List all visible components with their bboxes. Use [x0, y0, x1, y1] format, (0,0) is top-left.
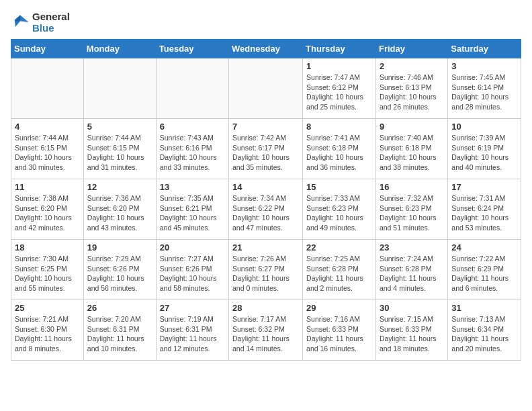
- day-number: 30: [380, 303, 444, 313]
- day-number: 18: [15, 242, 80, 253]
- day-number: 10: [451, 122, 517, 132]
- calendar-cell: 31Sunrise: 7:13 AM Sunset: 6:34 PM Dayli…: [448, 300, 521, 361]
- calendar-week-5: 25Sunrise: 7:21 AM Sunset: 6:30 PM Dayli…: [11, 300, 521, 361]
- day-number: 15: [306, 182, 372, 192]
- day-number: 2: [380, 61, 444, 71]
- logo: General Blue: [11, 11, 70, 34]
- day-number: 12: [87, 182, 152, 192]
- calendar-header-sunday: Sunday: [11, 40, 84, 58]
- day-number: 11: [15, 182, 80, 192]
- calendar-cell: 12Sunrise: 7:36 AM Sunset: 6:20 PM Dayli…: [83, 179, 156, 240]
- calendar-cell: 26Sunrise: 7:20 AM Sunset: 6:31 PM Dayli…: [83, 300, 156, 361]
- day-number: 21: [232, 242, 299, 253]
- calendar-cell: 23Sunrise: 7:24 AM Sunset: 6:28 PM Dayli…: [375, 240, 447, 300]
- calendar-header-monday: Monday: [83, 40, 156, 58]
- day-info: Sunrise: 7:13 AM Sunset: 6:34 PM Dayligh…: [451, 314, 517, 354]
- day-number: 5: [87, 122, 152, 132]
- day-number: 8: [306, 122, 372, 132]
- day-info: Sunrise: 7:16 AM Sunset: 6:33 PM Dayligh…: [306, 314, 372, 354]
- day-info: Sunrise: 7:32 AM Sunset: 6:23 PM Dayligh…: [380, 193, 444, 233]
- logo-text: General Blue: [32, 11, 70, 34]
- calendar-cell: 19Sunrise: 7:29 AM Sunset: 6:26 PM Dayli…: [83, 240, 156, 300]
- day-info: Sunrise: 7:36 AM Sunset: 6:20 PM Dayligh…: [87, 193, 152, 233]
- day-number: 23: [380, 242, 444, 253]
- day-info: Sunrise: 7:15 AM Sunset: 6:33 PM Dayligh…: [380, 314, 444, 354]
- day-info: Sunrise: 7:25 AM Sunset: 6:28 PM Dayligh…: [306, 254, 372, 293]
- day-number: 28: [232, 303, 299, 313]
- calendar-header-tuesday: Tuesday: [156, 40, 228, 58]
- day-number: 29: [306, 303, 372, 313]
- day-number: 19: [87, 242, 152, 253]
- day-number: 9: [380, 122, 444, 132]
- day-number: 6: [160, 122, 225, 132]
- day-number: 7: [232, 122, 299, 132]
- day-info: Sunrise: 7:31 AM Sunset: 6:24 PM Dayligh…: [451, 193, 517, 233]
- day-info: Sunrise: 7:46 AM Sunset: 6:13 PM Dayligh…: [380, 73, 444, 112]
- calendar-cell: 15Sunrise: 7:33 AM Sunset: 6:23 PM Dayli…: [303, 179, 376, 240]
- calendar-week-3: 11Sunrise: 7:38 AM Sunset: 6:20 PM Dayli…: [11, 179, 521, 240]
- day-number: 14: [232, 182, 299, 192]
- calendar-week-4: 18Sunrise: 7:30 AM Sunset: 6:25 PM Dayli…: [11, 240, 521, 300]
- calendar-cell: 7Sunrise: 7:42 AM Sunset: 6:17 PM Daylig…: [229, 119, 303, 179]
- day-info: Sunrise: 7:17 AM Sunset: 6:32 PM Dayligh…: [232, 314, 299, 354]
- calendar-cell: 8Sunrise: 7:41 AM Sunset: 6:18 PM Daylig…: [303, 119, 376, 179]
- calendar-week-2: 4Sunrise: 7:44 AM Sunset: 6:15 PM Daylig…: [11, 119, 521, 179]
- day-info: Sunrise: 7:20 AM Sunset: 6:31 PM Dayligh…: [87, 314, 152, 354]
- day-info: Sunrise: 7:29 AM Sunset: 6:26 PM Dayligh…: [87, 254, 152, 293]
- day-info: Sunrise: 7:38 AM Sunset: 6:20 PM Dayligh…: [15, 193, 80, 233]
- calendar-cell: 6Sunrise: 7:43 AM Sunset: 6:16 PM Daylig…: [156, 119, 228, 179]
- calendar-cell: 17Sunrise: 7:31 AM Sunset: 6:24 PM Dayli…: [448, 179, 521, 240]
- day-info: Sunrise: 7:42 AM Sunset: 6:17 PM Dayligh…: [232, 133, 299, 173]
- day-info: Sunrise: 7:19 AM Sunset: 6:31 PM Dayligh…: [160, 314, 225, 354]
- calendar-cell: 28Sunrise: 7:17 AM Sunset: 6:32 PM Dayli…: [229, 300, 303, 361]
- day-info: Sunrise: 7:43 AM Sunset: 6:16 PM Dayligh…: [160, 133, 225, 173]
- day-number: 3: [451, 61, 517, 71]
- day-info: Sunrise: 7:41 AM Sunset: 6:18 PM Dayligh…: [306, 133, 372, 173]
- calendar-cell: 10Sunrise: 7:39 AM Sunset: 6:19 PM Dayli…: [448, 119, 521, 179]
- calendar-header-friday: Friday: [375, 40, 447, 58]
- calendar-cell: 24Sunrise: 7:22 AM Sunset: 6:29 PM Dayli…: [448, 240, 521, 300]
- calendar-header-saturday: Saturday: [448, 40, 521, 58]
- calendar-cell: 22Sunrise: 7:25 AM Sunset: 6:28 PM Dayli…: [303, 240, 376, 300]
- calendar-cell: 27Sunrise: 7:19 AM Sunset: 6:31 PM Dayli…: [156, 300, 228, 361]
- day-number: 25: [15, 303, 80, 313]
- calendar-cell: 1Sunrise: 7:47 AM Sunset: 6:12 PM Daylig…: [303, 58, 376, 119]
- day-info: Sunrise: 7:21 AM Sunset: 6:30 PM Dayligh…: [15, 314, 80, 354]
- day-number: 24: [451, 242, 517, 253]
- calendar-cell: 16Sunrise: 7:32 AM Sunset: 6:23 PM Dayli…: [375, 179, 447, 240]
- calendar-cell: 20Sunrise: 7:27 AM Sunset: 6:26 PM Dayli…: [156, 240, 228, 300]
- calendar-cell: 18Sunrise: 7:30 AM Sunset: 6:25 PM Dayli…: [11, 240, 84, 300]
- day-number: 27: [160, 303, 225, 313]
- day-info: Sunrise: 7:45 AM Sunset: 6:14 PM Dayligh…: [451, 73, 517, 112]
- calendar-table: SundayMondayTuesdayWednesdayThursdayFrid…: [11, 39, 521, 361]
- calendar-cell: 21Sunrise: 7:26 AM Sunset: 6:27 PM Dayli…: [229, 240, 303, 300]
- calendar-cell: 5Sunrise: 7:44 AM Sunset: 6:15 PM Daylig…: [83, 119, 156, 179]
- day-number: 13: [160, 182, 225, 192]
- calendar-cell: 11Sunrise: 7:38 AM Sunset: 6:20 PM Dayli…: [11, 179, 84, 240]
- calendar-header-thursday: Thursday: [303, 40, 376, 58]
- day-info: Sunrise: 7:39 AM Sunset: 6:19 PM Dayligh…: [451, 133, 517, 173]
- day-info: Sunrise: 7:40 AM Sunset: 6:18 PM Dayligh…: [380, 133, 444, 173]
- calendar-header-row: SundayMondayTuesdayWednesdayThursdayFrid…: [11, 40, 521, 58]
- calendar-cell: [83, 58, 156, 119]
- calendar-cell: 9Sunrise: 7:40 AM Sunset: 6:18 PM Daylig…: [375, 119, 447, 179]
- calendar-cell: 30Sunrise: 7:15 AM Sunset: 6:33 PM Dayli…: [375, 300, 447, 361]
- day-info: Sunrise: 7:44 AM Sunset: 6:15 PM Dayligh…: [15, 133, 80, 173]
- day-info: Sunrise: 7:47 AM Sunset: 6:12 PM Dayligh…: [306, 73, 372, 112]
- calendar-cell: [156, 58, 228, 119]
- calendar-cell: 4Sunrise: 7:44 AM Sunset: 6:15 PM Daylig…: [11, 119, 84, 179]
- calendar-cell: 29Sunrise: 7:16 AM Sunset: 6:33 PM Dayli…: [303, 300, 376, 361]
- day-info: Sunrise: 7:30 AM Sunset: 6:25 PM Dayligh…: [15, 254, 80, 293]
- calendar-cell: 25Sunrise: 7:21 AM Sunset: 6:30 PM Dayli…: [11, 300, 84, 361]
- day-number: 31: [451, 303, 517, 313]
- day-number: 1: [306, 61, 372, 71]
- day-number: 17: [451, 182, 517, 192]
- day-info: Sunrise: 7:27 AM Sunset: 6:26 PM Dayligh…: [160, 254, 225, 293]
- day-number: 16: [380, 182, 444, 192]
- calendar-cell: [229, 58, 303, 119]
- day-info: Sunrise: 7:33 AM Sunset: 6:23 PM Dayligh…: [306, 193, 372, 233]
- calendar-week-1: 1Sunrise: 7:47 AM Sunset: 6:12 PM Daylig…: [11, 58, 521, 119]
- calendar-header-wednesday: Wednesday: [229, 40, 303, 58]
- day-info: Sunrise: 7:22 AM Sunset: 6:29 PM Dayligh…: [451, 254, 517, 293]
- day-info: Sunrise: 7:24 AM Sunset: 6:28 PM Dayligh…: [380, 254, 444, 293]
